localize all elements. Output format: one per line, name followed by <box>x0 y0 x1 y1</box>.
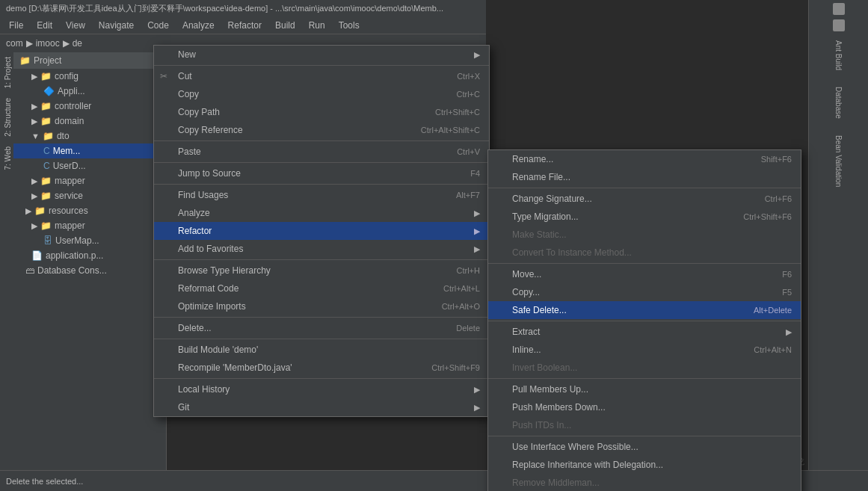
ctx-item-find[interactable]: Find Usages Alt+F7 <box>154 186 489 204</box>
ctx-item-jump[interactable]: Jump to Source F4 <box>154 164 489 182</box>
database-tab[interactable]: Database <box>834 87 843 119</box>
ctx-refactor-copy[interactable]: Copy... F5 <box>488 283 801 301</box>
title-text: demo [D:\慕课网\开发工具idea从入门到爱不释手\workspace\… <box>6 3 443 14</box>
left-tab-project[interactable]: 1: Project <box>0 52 13 93</box>
ctx-item-refactor[interactable]: Refactor ▶ <box>154 222 489 240</box>
ctx-refactor-replace-inheritance[interactable]: Replace Inheritance with Delegation... <box>488 456 801 474</box>
list-item[interactable]: ▼ 📁 dto <box>13 129 166 143</box>
ctx-label: New <box>178 49 196 60</box>
item-label: UserMap... <box>55 235 99 246</box>
ctx-item-paste[interactable]: Paste Ctrl+V <box>154 143 489 161</box>
separator <box>488 188 801 188</box>
menu-bar: File Edit View Navigate Code Analyze Ref… <box>0 16 486 34</box>
ctx-label: Safe Delete... <box>512 305 567 315</box>
class-icon: C <box>43 161 50 171</box>
ctx-item-recompile[interactable]: Recompile 'MemberDto.java' Ctrl+Shift+F9 <box>154 359 489 377</box>
list-item[interactable]: 🗄 UserMap... <box>13 233 166 248</box>
left-tab-structure[interactable]: 2: Structure <box>0 93 13 141</box>
ctx-refactor-safe-delete[interactable]: Safe Delete... Alt+Delete <box>488 301 801 319</box>
ctx-item-browse[interactable]: Browse Type Hierarchy Ctrl+H <box>154 262 489 280</box>
menu-analyze[interactable]: Analyze <box>176 19 221 32</box>
ctx-label: Rename... <box>512 154 553 164</box>
list-item[interactable]: 📄 application.p... <box>13 248 166 263</box>
ctx-item-git[interactable]: Git ▶ <box>154 398 489 416</box>
menu-refactor[interactable]: Refactor <box>222 19 268 32</box>
shortcut: Ctrl+Alt+N <box>754 345 792 354</box>
ctx-item-favorites[interactable]: Add to Favorites ▶ <box>154 240 489 258</box>
ctx-refactor-rename-file[interactable]: Rename File... <box>488 168 801 186</box>
ctx-item-analyze[interactable]: Analyze ▶ <box>154 204 489 222</box>
separator <box>154 184 489 185</box>
separator <box>154 259 489 260</box>
ctx-refactor-type-migration[interactable]: Type Migration... Ctrl+Shift+F6 <box>488 208 801 226</box>
list-item[interactable]: ▶ 📁 config <box>13 69 166 84</box>
list-item[interactable]: C UserD... <box>13 158 166 173</box>
ctx-item-reformat[interactable]: Reformat Code Ctrl+Alt+L <box>154 280 489 297</box>
breadcrumb-de[interactable]: de <box>73 38 82 49</box>
arrow-icon: ▶ <box>474 403 480 413</box>
menu-code[interactable]: Code <box>141 19 175 32</box>
menu-navigate[interactable]: Navigate <box>93 19 140 32</box>
ctx-item-copy-path[interactable]: Copy Path Ctrl+Shift+C <box>154 103 489 121</box>
list-item[interactable]: ▶ 📁 mapper <box>13 218 166 233</box>
list-item[interactable]: C Mem... <box>13 143 166 158</box>
expand-icon: ▶ <box>31 102 37 111</box>
menu-view[interactable]: View <box>60 19 91 32</box>
ctx-refactor-use-interface[interactable]: Use Interface Where Possible... <box>488 438 801 456</box>
list-item[interactable]: ▶ 📁 controller <box>13 99 166 114</box>
ctx-label: Build Module 'demo' <box>178 345 258 355</box>
ctx-label: Git <box>178 402 189 413</box>
separator <box>154 65 489 66</box>
ctx-item-new[interactable]: New ▶ <box>154 46 489 64</box>
ctx-refactor-push-down[interactable]: Push Members Down... <box>488 398 801 416</box>
ctx-item-copy[interactable]: Copy Ctrl+C <box>154 85 489 103</box>
menu-run[interactable]: Run <box>303 19 331 32</box>
expand-icon: ▶ <box>25 206 31 216</box>
ctx-label: Analyze <box>178 208 210 218</box>
list-item[interactable]: ▶ 📁 service <box>13 188 166 203</box>
sidebar-header: 📁 Project ⚙ <box>13 52 166 69</box>
bean-validation-tab[interactable]: Bean Validation <box>834 135 843 187</box>
ctx-refactor-change-sig[interactable]: Change Signature... Ctrl+F6 <box>488 190 801 208</box>
ctx-label: Push Members Down... <box>512 402 606 413</box>
menu-edit[interactable]: Edit <box>31 19 58 32</box>
list-item[interactable]: ▶ 📁 resources <box>13 203 166 218</box>
menu-build[interactable]: Build <box>269 19 301 32</box>
ant-build-tab[interactable]: Ant Build <box>834 40 843 70</box>
shortcut: F5 <box>782 288 792 297</box>
ctx-label: Refactor <box>178 226 212 236</box>
left-tab-web[interactable]: 7: Web <box>0 142 13 175</box>
breadcrumb-com[interactable]: com <box>6 38 23 49</box>
list-item[interactable]: ▶ 📁 mapper <box>13 173 166 188</box>
list-item[interactable]: 🗃 Database Cons... <box>13 263 166 278</box>
shortcut: F6 <box>782 270 792 279</box>
ctx-item-cut[interactable]: ✂ Cut Ctrl+X <box>154 67 489 85</box>
status-text: Delete the selected... <box>6 477 83 486</box>
breadcrumb-imooc[interactable]: imooc <box>36 38 60 49</box>
db-icon: 🗃 <box>25 265 34 276</box>
ctx-item-delete[interactable]: Delete... Delete <box>154 319 489 337</box>
shortcut: Ctrl+Alt+O <box>442 302 480 311</box>
ctx-refactor-extract[interactable]: Extract ▶ <box>488 323 801 341</box>
list-item[interactable]: 🔷 Appli... <box>13 84 166 99</box>
shortcut: Ctrl+Shift+F6 <box>743 212 792 221</box>
ctx-item-history[interactable]: Local History ▶ <box>154 380 489 398</box>
ctx-refactor-pull-up[interactable]: Pull Members Up... <box>488 380 801 398</box>
ctx-label: Remove Middleman... <box>512 478 600 488</box>
ctx-refactor-inline[interactable]: Inline... Ctrl+Alt+N <box>488 341 801 359</box>
item-label: controller <box>55 101 91 111</box>
ctx-label: Find Usages <box>178 190 228 200</box>
ctx-item-build[interactable]: Build Module 'demo' <box>154 341 489 359</box>
shortcut: Ctrl+Shift+F9 <box>431 363 480 372</box>
ctx-refactor-rename[interactable]: Rename... Shift+F6 <box>488 150 801 168</box>
ctx-item-copy-reference[interactable]: Copy Reference Ctrl+Alt+Shift+C <box>154 121 489 139</box>
ctx-refactor-move[interactable]: Move... F6 <box>488 265 801 283</box>
expand-icon: ▼ <box>31 132 40 140</box>
menu-file[interactable]: File <box>3 19 29 32</box>
panel-icon <box>833 3 845 15</box>
list-item[interactable]: ▶ 📁 domain <box>13 114 166 129</box>
item-label: resources <box>49 206 88 216</box>
menu-tools[interactable]: Tools <box>333 19 366 32</box>
ctx-item-optimize[interactable]: Optimize Imports Ctrl+Alt+O <box>154 297 489 315</box>
ctx-label: Paste <box>178 146 201 157</box>
